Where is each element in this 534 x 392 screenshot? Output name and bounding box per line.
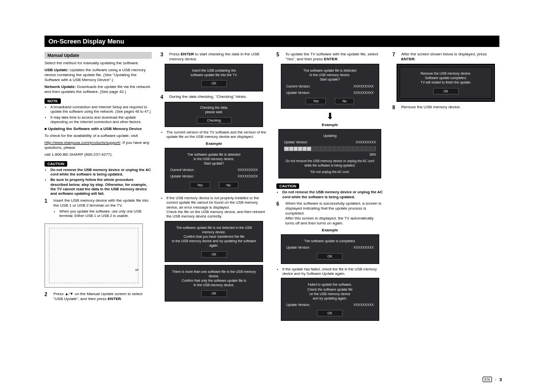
osd-caution-text: Do not remove the USB memory device or u… — [284, 159, 376, 168]
step-4: 4 During the data checking, "Checking" b… — [161, 94, 268, 100]
osd-checking-label: Checking — [197, 117, 231, 124]
osd-start-update-confirm: The software update file is detected in … — [281, 64, 379, 109]
osd-error-multiple-files: There is more than one software file in … — [165, 265, 263, 302]
step-text: When the software is successfully update… — [285, 201, 384, 226]
usb-update-desc: USB Update: Updates the software using a… — [44, 68, 152, 83]
content-columns: Manual Update Select the method for manu… — [44, 52, 499, 324]
step4-note: The current version of the TV software a… — [161, 130, 268, 139]
step-text: Press ▲/▼ on the Manual Update screen to… — [53, 292, 152, 302]
osd-remove-usb: Remove the USB memory device. Software u… — [400, 67, 492, 99]
or-label: or — [135, 267, 139, 272]
progress-percent: 30% — [284, 153, 376, 157]
step-number: 5 — [276, 52, 282, 62]
page-title: On-Screen Display Menu — [44, 36, 499, 47]
step-text: Insert the USB memory device with the up… — [53, 198, 152, 220]
osd-update-failed: Failed to update the software. Check the… — [281, 278, 379, 321]
step-number: 1 — [44, 198, 50, 220]
note-item: It may take time to access and download … — [50, 115, 152, 125]
arrow-down-icon: ⬇ — [276, 112, 384, 121]
osd-error-not-detected: The software update file is not detected… — [165, 221, 263, 262]
caution-list: Do not remove the USB memory device or u… — [44, 168, 152, 196]
note-item: A broadband connection and Internet Setu… — [50, 105, 152, 114]
example-label: Example — [161, 141, 268, 146]
column-2: 3 Press ENTER to start checking the data… — [161, 52, 268, 324]
step-2: 2 Press ▲/▼ on the Manual Update screen … — [44, 292, 152, 302]
step-6: 6 When the software is successfully upda… — [276, 201, 384, 226]
page-number: 3 — [499, 377, 502, 382]
step-text: To update the TV software with the updat… — [285, 52, 384, 62]
osd-checking: Checking the data, please wait. Checking — [165, 102, 263, 128]
example-label: Example — [276, 123, 384, 127]
manual-update-heading: Manual Update — [44, 52, 152, 59]
note-badge: NOTE — [44, 98, 61, 104]
step-number: 8 — [393, 105, 399, 110]
step-text: Remove the USB memory device. — [401, 105, 500, 110]
step-8: 8 Remove the USB memory device. — [393, 105, 500, 110]
osd-caution-foot: *Do not unplug the AC cord. — [284, 170, 376, 174]
osd-yes-button: Yes — [306, 98, 326, 104]
step-5: 5 To update the TV software with the upd… — [276, 52, 384, 62]
column-1: Manual Update Select the method for manu… — [44, 52, 152, 324]
step-text: During the data checking, "Checking" bli… — [170, 94, 268, 100]
note-list: A broadband connection and Internet Setu… — [44, 105, 152, 125]
column-4: 7 After the screen shown below is displa… — [393, 52, 500, 324]
network-update-desc: Network Update: Downloads the update fil… — [44, 85, 152, 94]
step-number: 2 — [44, 292, 50, 302]
osd-update-complete: The software update is completed. Update… — [281, 234, 379, 264]
progress-bar — [284, 146, 376, 151]
intro-text: Select the method for manually updating … — [44, 61, 152, 66]
osd-remove-usb-outer: Remove the USB memory device. Software u… — [397, 64, 495, 102]
phone-line: call 1-800-BE-SHARP (800-237-4277). — [44, 152, 152, 157]
caution-item: Do not remove the USB memory device or u… — [50, 168, 152, 177]
osd-ok-button: OK — [317, 253, 343, 260]
page-footer: EN - 3 — [483, 377, 502, 382]
step-number: 4 — [161, 94, 167, 100]
support-link-line: http://www.sharpusa.com/products/support… — [44, 140, 152, 150]
osd-start-update: The software update file is detected in … — [165, 148, 263, 193]
caution-badge: CAUTION — [44, 161, 67, 167]
osd-insert-usb: Insert the USB containing the software u… — [165, 64, 263, 91]
osd-ok-button: OK — [201, 80, 227, 87]
step-text: After the screen shown below is displaye… — [401, 52, 500, 62]
osd-updating-progress: Updating Update Version: XXXXXXXXX 30% D… — [278, 129, 381, 178]
osd-no-button: No — [219, 182, 238, 188]
step-text: Press ENTER to start checking the data i… — [170, 52, 268, 62]
sub-heading-usb: ■ Updating the Software with a USB Memor… — [44, 127, 152, 131]
osd-yes-button: Yes — [190, 182, 210, 188]
osd-ok-button: OK — [317, 310, 343, 316]
usb-terminal-illustration: or — [44, 223, 143, 288]
example-label: Example — [276, 228, 384, 232]
step-1: 1 Insert the USB memory device with the … — [44, 198, 152, 220]
osd-ok-button: OK — [433, 88, 459, 94]
column-3: 5 To update the TV software with the upd… — [276, 52, 384, 324]
step-number: 7 — [393, 52, 399, 62]
caution-item: Be sure to properly follow the whole pro… — [50, 177, 152, 196]
support-link[interactable]: http://www.sharpusa.com/products/support… — [44, 140, 120, 145]
lang-badge: EN — [483, 377, 492, 382]
osd-ok-button: OK — [201, 251, 227, 258]
step-3: 3 Press ENTER to start checking the data… — [161, 52, 268, 62]
caution-list: Do not remove the USB memory device or u… — [276, 190, 384, 199]
caution-badge: CAUTION — [276, 183, 299, 189]
step-7: 7 After the screen shown below is displa… — [393, 52, 500, 62]
update-fail-note: If the update has failed, check the file… — [276, 267, 384, 276]
step4-error-note: If the USB memory device is not properly… — [161, 196, 268, 219]
osd-no-button: No — [335, 98, 354, 104]
osd-ok-button: OK — [201, 290, 227, 297]
step-number: 6 — [276, 201, 282, 226]
step-number: 3 — [161, 52, 167, 62]
sub-body: To check for the availability of a softw… — [44, 133, 152, 138]
